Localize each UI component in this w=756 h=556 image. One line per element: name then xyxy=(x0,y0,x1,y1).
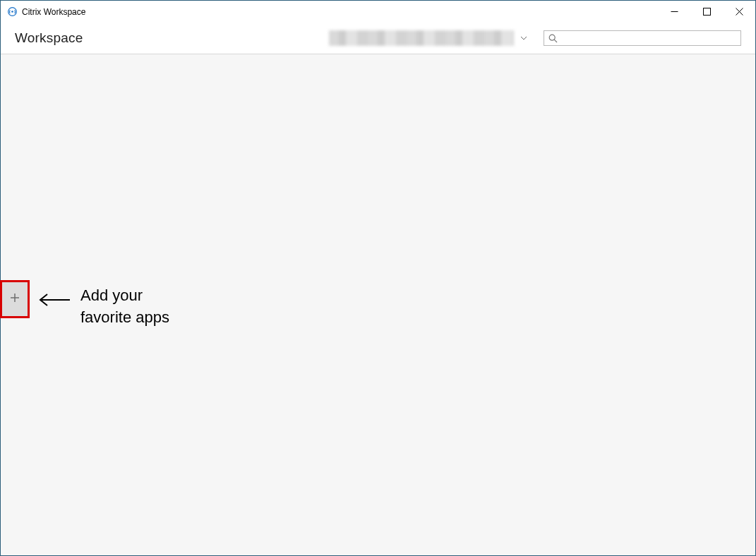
svg-line-7 xyxy=(554,40,557,42)
search-box[interactable] xyxy=(544,30,741,46)
plus-icon xyxy=(10,293,20,306)
arrow-left-icon xyxy=(37,293,71,307)
annotation-line-1: Add your xyxy=(80,285,169,307)
content-area: Add your favorite apps xyxy=(1,54,755,555)
minimize-button[interactable] xyxy=(658,1,690,23)
citrix-icon xyxy=(6,6,18,18)
header-bar: Workspace xyxy=(1,23,755,54)
app-window: Citrix Workspace Workspace xyxy=(0,0,756,556)
svg-point-1 xyxy=(11,11,13,13)
maximize-button[interactable] xyxy=(690,1,723,23)
window-controls xyxy=(658,1,755,23)
close-button[interactable] xyxy=(723,1,755,23)
annotation-line-2: favorite apps xyxy=(80,307,169,329)
redacted-user-info xyxy=(329,30,514,46)
annotation-text: Add your favorite apps xyxy=(80,285,169,329)
window-title: Citrix Workspace xyxy=(22,7,85,17)
search-input[interactable] xyxy=(563,33,736,43)
add-favorites-button[interactable] xyxy=(0,280,30,318)
title-bar: Citrix Workspace xyxy=(1,1,755,23)
search-icon xyxy=(548,33,558,43)
user-dropdown[interactable] xyxy=(517,31,531,45)
svg-point-6 xyxy=(549,35,555,40)
page-title: Workspace xyxy=(15,30,83,46)
svg-rect-3 xyxy=(703,8,710,16)
